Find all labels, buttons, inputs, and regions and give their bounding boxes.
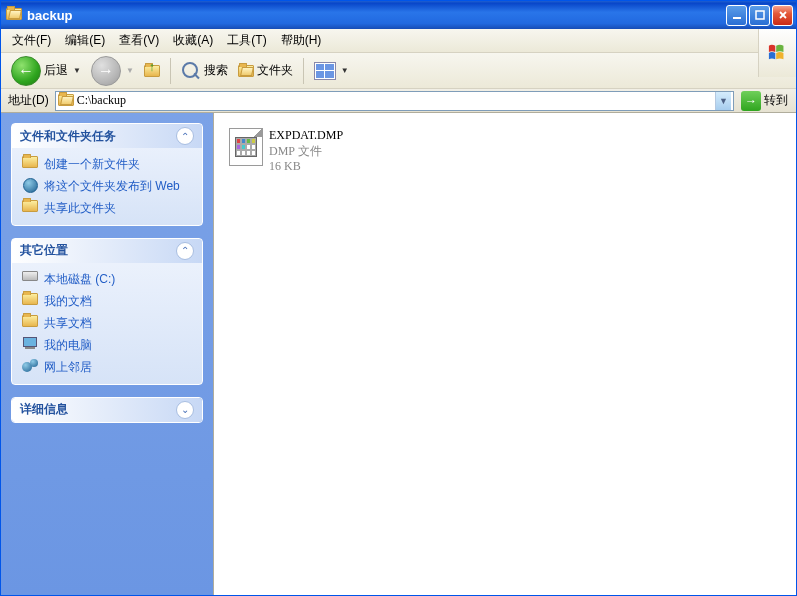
panel-header[interactable]: 文件和文件夹任务 ⌃ <box>12 124 202 148</box>
task-label: 共享此文件夹 <box>44 200 116 216</box>
views-button[interactable]: ▼ <box>310 60 353 82</box>
menu-bar: 文件(F) 编辑(E) 查看(V) 收藏(A) 工具(T) 帮助(H) <box>1 29 796 53</box>
file-meta: EXPDAT.DMP DMP 文件 16 KB <box>269 128 343 175</box>
go-icon: → <box>741 91 761 111</box>
task-label: 本地磁盘 (C:) <box>44 271 115 287</box>
panel-header[interactable]: 详细信息 ⌄ <box>12 398 202 422</box>
chevron-down-icon: ▼ <box>341 66 349 75</box>
forward-button[interactable]: → ▼ <box>87 54 138 88</box>
task-label: 我的电脑 <box>44 337 92 353</box>
menu-edit[interactable]: 编辑(E) <box>58 30 112 51</box>
file-list-area[interactable]: EXPDAT.DMP DMP 文件 16 KB <box>213 113 796 595</box>
panel-title: 文件和文件夹任务 <box>20 128 116 145</box>
search-label: 搜索 <box>204 62 228 79</box>
back-label: 后退 <box>44 62 68 79</box>
panel-title: 详细信息 <box>20 401 68 418</box>
up-button[interactable]: ↑ <box>140 63 164 79</box>
menu-file[interactable]: 文件(F) <box>5 30 58 51</box>
menu-favorites[interactable]: 收藏(A) <box>166 30 220 51</box>
place-shared-docs[interactable]: 共享文档 <box>22 315 192 331</box>
close-button[interactable] <box>772 5 793 26</box>
place-my-computer[interactable]: 我的电脑 <box>22 337 192 353</box>
panel-file-tasks: 文件和文件夹任务 ⌃ 创建一个新文件夹 将这个文件夹发布到 Web 共享此文件夹 <box>11 123 203 226</box>
windows-flag-icon <box>758 29 796 77</box>
go-button[interactable]: → 转到 <box>737 91 792 111</box>
window-title: backup <box>27 8 726 23</box>
folder-icon <box>22 315 38 327</box>
svg-rect-1 <box>756 11 764 19</box>
globe-icon <box>22 178 38 193</box>
collapse-icon: ⌃ <box>176 242 194 260</box>
folder-icon <box>6 8 22 22</box>
task-label: 将这个文件夹发布到 Web <box>44 178 180 194</box>
collapse-icon: ⌃ <box>176 127 194 145</box>
panel-other-places: 其它位置 ⌃ 本地磁盘 (C:) 我的文档 共享文档 我的电脑 网上邻居 <box>11 238 203 385</box>
menu-tools[interactable]: 工具(T) <box>220 30 273 51</box>
network-icon <box>22 359 38 373</box>
panel-title: 其它位置 <box>20 242 68 259</box>
go-label: 转到 <box>764 92 788 109</box>
back-button[interactable]: ← 后退 ▼ <box>7 54 85 88</box>
new-folder-icon <box>22 156 38 168</box>
share-folder-icon <box>22 200 38 212</box>
folder-up-icon: ↑ <box>144 65 160 77</box>
place-local-disk[interactable]: 本地磁盘 (C:) <box>22 271 192 287</box>
place-network[interactable]: 网上邻居 <box>22 359 192 375</box>
address-field-wrap: ▼ <box>55 91 734 111</box>
maximize-button[interactable] <box>749 5 770 26</box>
file-type: DMP 文件 <box>269 144 343 160</box>
expand-icon: ⌄ <box>176 401 194 419</box>
chevron-down-icon: ▼ <box>126 66 134 75</box>
task-label: 创建一个新文件夹 <box>44 156 140 172</box>
separator <box>170 58 171 84</box>
forward-icon: → <box>91 56 121 86</box>
address-bar: 地址(D) ▼ → 转到 <box>1 89 796 113</box>
svg-rect-0 <box>733 17 741 19</box>
search-icon <box>181 61 201 81</box>
drive-icon <box>22 271 38 281</box>
folder-icon <box>22 293 38 305</box>
minimize-button[interactable] <box>726 5 747 26</box>
address-label: 地址(D) <box>5 92 52 109</box>
folders-label: 文件夹 <box>257 62 293 79</box>
computer-icon <box>22 337 38 349</box>
main-area: 文件和文件夹任务 ⌃ 创建一个新文件夹 将这个文件夹发布到 Web 共享此文件夹… <box>1 113 796 595</box>
window-buttons <box>726 5 793 26</box>
address-dropdown-button[interactable]: ▼ <box>715 92 731 110</box>
menu-view[interactable]: 查看(V) <box>112 30 166 51</box>
search-button[interactable]: 搜索 <box>177 59 232 83</box>
folder-icon <box>58 94 74 108</box>
back-icon: ← <box>11 56 41 86</box>
file-name: EXPDAT.DMP <box>269 128 343 144</box>
place-my-documents[interactable]: 我的文档 <box>22 293 192 309</box>
folders-icon <box>238 65 254 77</box>
task-new-folder[interactable]: 创建一个新文件夹 <box>22 156 192 172</box>
tasks-sidebar: 文件和文件夹任务 ⌃ 创建一个新文件夹 将这个文件夹发布到 Web 共享此文件夹… <box>1 113 213 595</box>
folders-button[interactable]: 文件夹 <box>234 60 297 81</box>
panel-body: 创建一个新文件夹 将这个文件夹发布到 Web 共享此文件夹 <box>12 148 202 225</box>
panel-header[interactable]: 其它位置 ⌃ <box>12 239 202 263</box>
file-size: 16 KB <box>269 159 343 175</box>
panel-details: 详细信息 ⌄ <box>11 397 203 423</box>
chevron-down-icon: ▼ <box>73 66 81 75</box>
task-label: 网上邻居 <box>44 359 92 375</box>
separator <box>303 58 304 84</box>
panel-body: 本地磁盘 (C:) 我的文档 共享文档 我的电脑 网上邻居 <box>12 263 202 384</box>
task-label: 共享文档 <box>44 315 92 331</box>
task-label: 我的文档 <box>44 293 92 309</box>
title-bar: backup <box>1 1 796 29</box>
views-icon <box>314 62 336 80</box>
task-publish-web[interactable]: 将这个文件夹发布到 Web <box>22 178 192 194</box>
toolbar: ← 后退 ▼ → ▼ ↑ 搜索 文件夹 ▼ <box>1 53 796 89</box>
file-item[interactable]: EXPDAT.DMP DMP 文件 16 KB <box>226 125 426 178</box>
task-share-folder[interactable]: 共享此文件夹 <box>22 200 192 216</box>
address-input[interactable] <box>77 93 715 108</box>
dmp-file-icon <box>229 128 263 166</box>
menu-help[interactable]: 帮助(H) <box>274 30 329 51</box>
